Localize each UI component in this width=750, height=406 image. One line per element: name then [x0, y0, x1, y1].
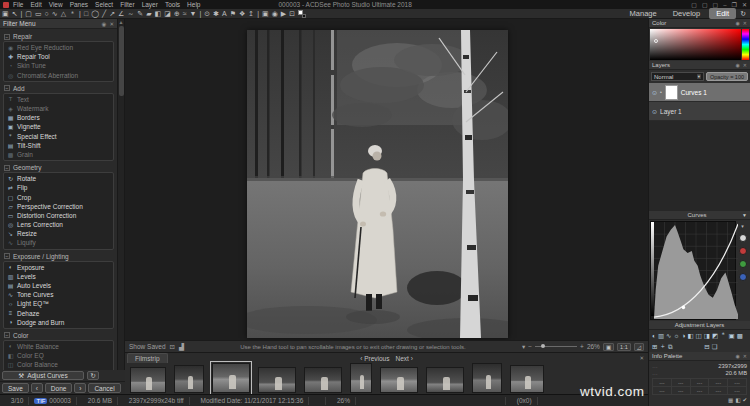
ellipse-shape-icon[interactable]: ◯ — [91, 10, 99, 18]
adj-color-balance-icon[interactable]: ◫ — [696, 332, 702, 340]
filter-item[interactable]: ▭ Distortion Correction — [4, 211, 113, 220]
filter-item[interactable]: ◎ Lens Correction — [4, 220, 113, 229]
link-icon[interactable]: • — [660, 89, 662, 95]
reset-icon[interactable]: ↻ — [87, 371, 99, 380]
opacity-field[interactable]: Opacity = 100 — [706, 72, 748, 81]
filter-item[interactable]: ▱ Perspective Correction — [4, 202, 113, 211]
filter-item[interactable]: ∿ Tone Curves — [4, 290, 113, 299]
blend-mode-select[interactable]: Normal ▾ — [651, 72, 704, 81]
flag-icon[interactable]: ⚑ — [230, 10, 236, 18]
zoom-slider[interactable] — [535, 346, 577, 347]
layer-row-background[interactable]: ⊙ Layer 1 — [649, 102, 750, 121]
adj-exposure-icon[interactable]: ◐ — [652, 332, 656, 339]
filter-item[interactable]: ↘ Resize — [4, 229, 113, 238]
close-icon[interactable]: ✕ — [639, 355, 648, 361]
channel-blue-button[interactable] — [739, 273, 747, 281]
filter-item[interactable]: ◈ Watermark — [4, 104, 113, 113]
zoom-out-icon[interactable]: − — [528, 343, 532, 350]
color-cursor[interactable] — [654, 39, 658, 43]
zoom-in-icon[interactable]: + — [580, 343, 584, 350]
restore-button[interactable]: ❐ — [732, 1, 737, 8]
filmstrip-thumbnail[interactable] — [350, 363, 372, 393]
pin-icon[interactable]: ◉ — [735, 62, 739, 68]
filmstrip-thumbnail[interactable] — [472, 363, 502, 393]
zoom-percent[interactable]: 26% — [587, 343, 600, 350]
filter-item[interactable]: ▤ Tilt-Shift — [4, 141, 113, 150]
brush-icon[interactable]: ▰ — [146, 10, 151, 18]
polyline-icon[interactable]: ∠ — [118, 10, 124, 18]
adj-color-eq-icon[interactable]: ◧ — [687, 332, 693, 340]
filmstrip-thumbnail[interactable] — [426, 367, 464, 393]
clone-icon[interactable]: ⊕ — [174, 10, 180, 18]
close-icon[interactable]: ✕ — [743, 353, 747, 359]
filter-section-header[interactable]: − Add — [4, 85, 114, 92]
eraser-icon[interactable]: ◪ — [164, 10, 171, 18]
tab-develop[interactable]: Develop — [666, 8, 708, 19]
filter-item[interactable]: ▣ Vignette — [4, 122, 113, 131]
adj-levels-icon[interactable]: ▥ — [658, 332, 664, 340]
filter-item[interactable]: ＊ Special Effect — [4, 132, 113, 141]
filter-item[interactable]: ▩ Grain — [4, 150, 113, 159]
delete-layer-icon[interactable]: ⊟ — [704, 343, 709, 351]
collapse-icon[interactable]: − — [4, 253, 10, 259]
new-adjustment-icon[interactable]: ⊞ — [652, 343, 657, 351]
channel-green-button[interactable] — [739, 260, 747, 268]
pin-icon[interactable]: ◉ — [102, 21, 107, 27]
previous-button[interactable]: ‹ Previous — [360, 355, 389, 362]
collapse-icon[interactable]: − — [4, 34, 10, 40]
adj-light-eq-icon[interactable]: ☼ — [674, 332, 680, 339]
layer-name[interactable]: Curves 1 — [681, 89, 707, 96]
channel-red-button[interactable] — [739, 247, 747, 255]
swatch-icon[interactable]: ▦ — [728, 397, 733, 403]
filmstrip-thumbnail[interactable] — [174, 365, 204, 393]
scroll-up-icon[interactable]: ▲ — [118, 19, 124, 25]
adj-vignette-icon[interactable]: ▣ — [729, 332, 735, 340]
adj-grain-icon[interactable]: ▩ — [737, 332, 743, 340]
close-icon[interactable]: ✕ — [743, 62, 747, 68]
adj-white-balance-icon[interactable]: ◑ — [682, 332, 686, 339]
actual-size-button[interactable]: 1:1 — [617, 343, 631, 351]
chevron-down-icon[interactable]: ▾ — [741, 223, 744, 229]
menu-item[interactable]: Filter — [120, 1, 134, 8]
selection-display-icon[interactable]: ⊡ — [170, 343, 175, 351]
edit-icon[interactable]: ◧ — [735, 397, 740, 403]
photo-image[interactable] — [247, 30, 508, 338]
menu-item[interactable]: Select — [95, 1, 113, 8]
filter-item[interactable]: ▢ Crop — [4, 192, 113, 201]
close-icon[interactable]: ✕ — [743, 20, 747, 26]
close-button[interactable]: ✕ — [742, 1, 747, 8]
chevron-down-icon[interactable]: ▾ — [522, 343, 525, 351]
filter-item[interactable]: ◑ Dodge and Burn — [4, 318, 113, 327]
zoom-tool-icon[interactable]: ⊙ — [204, 10, 210, 18]
actual-pixels-icon[interactable]: ▣ — [2, 10, 9, 18]
layer-thumbnail[interactable] — [665, 85, 678, 100]
marquee-icon[interactable]: ▭ — [35, 10, 42, 18]
upload-icon[interactable]: ↥ — [248, 10, 254, 18]
filter-section-header[interactable]: − Color — [4, 332, 114, 339]
comment-icon[interactable]: ❏ — [712, 343, 718, 351]
filter-item[interactable]: ∿ Liquify — [4, 238, 113, 247]
crop-icon[interactable]: ▢ — [25, 10, 32, 18]
minimize-button[interactable]: – — [723, 2, 726, 8]
adj-effect-icon[interactable]: ＊ — [720, 331, 727, 340]
scrollbar-thumb[interactable] — [119, 26, 124, 96]
filmstrip-thumbnail[interactable] — [304, 367, 342, 393]
cancel-button[interactable]: Cancel — [88, 383, 120, 393]
filmstrip-thumbnail[interactable] — [380, 367, 418, 393]
pen-icon[interactable]: ✎ — [137, 10, 143, 18]
done-button[interactable]: Done — [45, 383, 73, 393]
sync-icon[interactable]: ↻ — [740, 10, 746, 18]
pin-icon[interactable]: ◉ — [735, 353, 739, 359]
hue-strip[interactable] — [742, 29, 749, 60]
adjust-curves-button[interactable]: ⚒ Adjust Curves — [2, 371, 84, 380]
tab-edit[interactable]: Edit — [709, 8, 736, 19]
fit-image-button[interactable]: ◿ — [634, 343, 644, 351]
pin-icon[interactable]: ◉ — [735, 20, 739, 26]
filter-item[interactable]: ✚ Repair Tool — [4, 52, 113, 61]
filter-item[interactable]: ▦ Borders — [4, 113, 113, 122]
pointer-icon[interactable]: ↖ — [12, 10, 18, 18]
filter-item[interactable]: T Text — [4, 95, 113, 104]
curves-histogram[interactable] — [650, 221, 736, 320]
channel-rgb-button[interactable] — [739, 234, 747, 242]
rect-shape-icon[interactable]: □ — [84, 10, 88, 17]
